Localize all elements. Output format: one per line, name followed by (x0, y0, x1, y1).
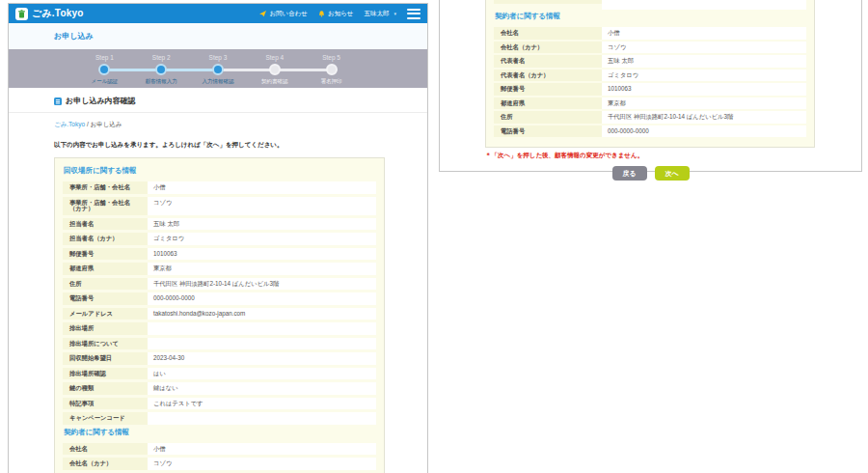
user-name: 五味太郎 (364, 10, 389, 18)
table-row: 会社名（カナ）コゾウ (494, 42, 806, 54)
table-row-fragment (494, 0, 806, 10)
row-value: 五味 太郎 (602, 55, 806, 68)
row-label: 担当者名（カナ） (63, 233, 148, 245)
row-label: 会社名（カナ） (494, 42, 602, 54)
row-value: ゴミタロウ (602, 70, 806, 82)
table-row: メールアドレスtakatoshi.honda@kozo-japan.com (63, 308, 376, 320)
row-label: 排出場所確認 (63, 368, 148, 380)
row-value: 小僧 (602, 27, 806, 40)
table-row: 郵便番号1010063 (494, 83, 806, 96)
brand-name: ごみ.Tokyo (32, 7, 84, 20)
row-value: 五味 太郎 (148, 218, 376, 231)
back-button[interactable]: 戻る (612, 166, 647, 181)
step-sublabel: メール認証 (92, 78, 119, 84)
row-label: メールアドレス (63, 308, 148, 320)
row-value: コゾウ (148, 197, 376, 215)
step-dot (155, 64, 167, 75)
section-title-collection: 回収場所に関する情報 (64, 166, 376, 176)
document-list-icon (54, 97, 62, 105)
next-button[interactable]: 次へ (655, 166, 690, 181)
row-label: 排出場所について (63, 338, 148, 350)
row-label: 事業所・店舗・会社名（カナ） (63, 197, 148, 215)
row-value: 千代田区 神田淡路町2-10-14 ばんだいビル3階 (148, 278, 376, 291)
confirmation-panel-continued: 契約者に関する情報 会社名小僧会社名（カナ）コゾウ代表者名五味 太郎代表者名（カ… (485, 0, 815, 148)
table-row: 都道府県東京都 (63, 263, 376, 275)
table-row: 住所千代田区 神田淡路町2-10-14 ばんだいビル3階 (494, 111, 806, 124)
row-label: 住所 (63, 278, 148, 291)
table-row: 回収開始希望日2023-04-30 (63, 352, 376, 365)
table-row: 担当者名（カナ）ゴミタロウ (63, 233, 376, 245)
contractor-rows: 会社名小僧会社名（カナ）コゾウ代表者名五味 太郎代表者名（カナ）ゴミタロウ郵便番… (494, 27, 806, 137)
row-value: 1010063 (602, 83, 806, 96)
table-row: 郵便番号1010063 (63, 248, 376, 261)
row-label: 電話番号 (494, 125, 602, 138)
hamburger-menu-icon[interactable] (407, 9, 420, 19)
content-heading-bar: お申し込み内容確認 (9, 88, 427, 113)
row-label: 代表者名 (494, 55, 602, 68)
row-label (494, 0, 602, 4)
brand-logo[interactable]: ごみ.Tokyo (15, 7, 84, 20)
row-label: 会社名 (63, 443, 148, 456)
user-menu[interactable]: 五味太郎 ▾ (364, 10, 396, 18)
row-label: 郵便番号 (63, 248, 148, 261)
row-value: コゾウ (602, 42, 806, 54)
table-row: 排出場所 (63, 322, 376, 335)
row-label: 会社名（カナ） (63, 458, 148, 470)
row-value: 000-0000-0000 (602, 125, 806, 138)
step-dot (326, 64, 338, 75)
app-header: ごみ.Tokyo お問い合わせ お知らせ 五味太郎 ▾ (9, 4, 427, 23)
step-dot (212, 64, 224, 75)
table-row: 鍵の種類鍵はない (63, 382, 376, 395)
row-value: takatoshi.honda@kozo-japan.com (148, 308, 376, 320)
collection-rows: 事業所・店舗・会社名小僧事業所・店舗・会社名（カナ）コゾウ担当者名五味 太郎担当… (63, 181, 376, 425)
row-label: 代表者名（カナ） (494, 70, 602, 82)
confirmation-panel-wrap: 回収場所に関する情報 事業所・店舗・会社名小僧事業所・店舗・会社名（カナ）コゾウ… (9, 150, 427, 473)
button-row: 戻る 次へ (440, 166, 861, 181)
row-value: 千代田区 神田淡路町2-10-14 ばんだいビル3階 (602, 111, 806, 124)
table-row: 代表者名五味 太郎 (494, 55, 806, 68)
row-value (148, 322, 376, 335)
row-value: 小僧 (148, 443, 376, 456)
step-label: Step 3 (209, 54, 228, 61)
row-label: 都道府県 (63, 263, 148, 275)
table-row: キャンペーンコード (63, 412, 376, 425)
paper-plane-icon (259, 11, 266, 17)
breadcrumb-current: / お申し込み (85, 121, 122, 127)
step-label: Step 2 (152, 54, 171, 61)
breadcrumb-home-link[interactable]: ごみ.Tokyo (54, 121, 85, 127)
instruction-text: 以下の内容でお申し込みを承ります。よろしければ「次へ」を押してください。 (9, 129, 427, 150)
bell-icon (318, 11, 325, 17)
row-value (148, 338, 376, 350)
content-heading: お申し込み内容確認 (66, 96, 136, 106)
nav-news-label: お知らせ (328, 10, 353, 18)
section-title-contractor: 契約者に関する情報 (64, 428, 376, 437)
row-label: 都道府県 (494, 97, 602, 110)
progress-steps: Step 1 メール認証 Step 2 顧客情報入力 Step 3 入力情報確認… (9, 49, 427, 88)
row-label: 電話番号 (63, 292, 148, 305)
row-label: 特記事項 (63, 398, 148, 410)
table-row: 電話番号000-0000-0000 (63, 292, 376, 305)
table-row: 電話番号000-0000-0000 (494, 125, 806, 138)
step-sublabel: 入力情報確認 (202, 78, 233, 84)
right-panel-wrap: 契約者に関する情報 会社名小僧会社名（カナ）コゾウ代表者名五味 太郎代表者名（カ… (440, 0, 861, 148)
page-title-bar: お申し込み (9, 23, 427, 49)
row-value: 2023-04-30 (148, 352, 376, 365)
row-label: 鍵の種類 (63, 382, 148, 395)
table-row: 特記事項これはテストです (63, 398, 376, 410)
row-label: 排出場所 (63, 322, 148, 335)
step-dot (98, 64, 110, 75)
step-dot (269, 64, 281, 75)
row-value: 鍵はない (148, 382, 376, 395)
row-value: これはテストです (148, 398, 376, 410)
row-label: 会社名 (494, 27, 602, 40)
confirmation-panel: 回収場所に関する情報 事業所・店舗・会社名小僧事業所・店舗・会社名（カナ）コゾウ… (54, 157, 385, 473)
page-capture-left: ごみ.Tokyo お問い合わせ お知らせ 五味太郎 ▾ お申し込み Step 1 (8, 3, 428, 473)
row-value: ゴミタロウ (148, 233, 376, 245)
nav-news[interactable]: お知らせ (318, 10, 353, 18)
section-title-contractor: 契約者に関する情報 (495, 12, 806, 21)
row-label: 担当者名 (63, 218, 148, 231)
warning-text: ＊「次へ」を押した後、顧客情報の変更ができません。 (440, 148, 861, 160)
trash-bin-icon (15, 8, 28, 20)
nav-contact[interactable]: お問い合わせ (259, 10, 308, 18)
table-row: 担当者名五味 太郎 (63, 218, 376, 231)
